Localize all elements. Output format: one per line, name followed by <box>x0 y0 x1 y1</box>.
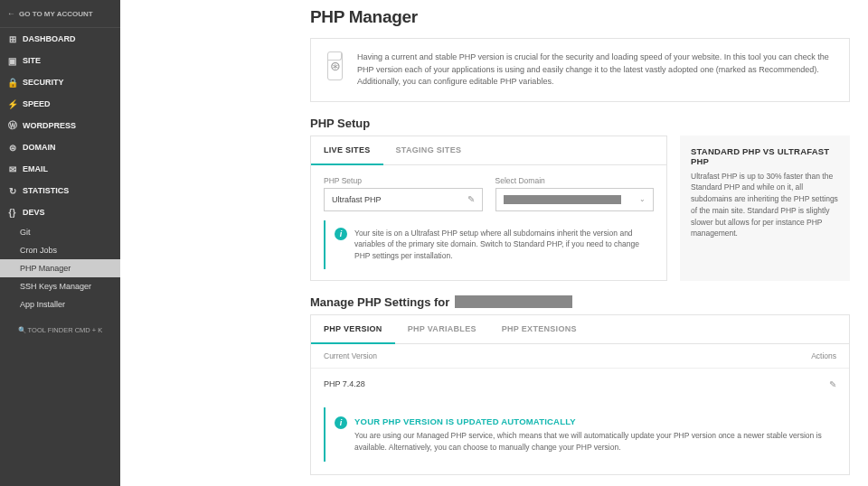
manage-settings-title: Manage PHP Settings for <box>310 295 868 309</box>
sidebar: GO TO MY ACCOUNT ⊞DASHBOARD ▣SITE 🔒SECUR… <box>0 0 120 486</box>
pencil-icon[interactable]: ✎ <box>467 194 475 204</box>
col-current-version: Current Version <box>324 351 377 360</box>
info-icon: i <box>335 416 347 429</box>
tab-php-extensions[interactable]: PHP EXTENSIONS <box>489 315 590 343</box>
sub-cron-jobs[interactable]: Cron Jobs <box>0 241 120 259</box>
col-actions: Actions <box>811 351 836 360</box>
select-domain-label: Select Domain <box>495 176 655 185</box>
intro-card: ⊛ Having a current and stable PHP versio… <box>310 38 850 102</box>
side-card-title: STANDARD PHP VS ULTRAFAST PHP <box>691 146 839 166</box>
statistics-icon: ↻ <box>7 186 17 196</box>
tab-live-sites[interactable]: LIVE SITES <box>311 136 383 165</box>
version-table-row: PHP 7.4.28 ✎ <box>311 369 849 400</box>
site-icon: ▣ <box>7 56 17 66</box>
domain-value-redacted <box>504 195 621 204</box>
go-to-account-link[interactable]: GO TO MY ACCOUNT <box>0 0 120 28</box>
auto-update-title: YOUR PHP VERSION IS UPDATED AUTOMATICALL… <box>354 416 827 426</box>
main-content: PHP Manager ⊛ Having a current and stabl… <box>120 0 868 486</box>
nav-domain[interactable]: ⊜DOMAIN <box>0 136 120 158</box>
intro-text: Having a current and stable PHP version … <box>357 51 833 89</box>
version-table-header: Current Version Actions <box>311 344 849 369</box>
nav-email[interactable]: ✉EMAIL <box>0 158 120 180</box>
sub-php-manager[interactable]: PHP Manager <box>0 259 120 277</box>
page-title: PHP Manager <box>120 0 868 38</box>
devs-submenu: Git Cron Jobs PHP Manager SSH Keys Manag… <box>0 223 120 313</box>
grid-icon: ⊞ <box>7 34 17 44</box>
select-domain-dropdown[interactable]: ⌄ <box>495 188 655 211</box>
nav-statistics[interactable]: ↻STATISTICS <box>0 180 120 201</box>
chevron-down-icon: ⌄ <box>639 195 646 203</box>
standard-vs-ultrafast-card: STANDARD PHP VS ULTRAFAST PHP Ultrafast … <box>680 136 850 281</box>
nav-security[interactable]: 🔒SECURITY <box>0 71 120 93</box>
php-setup-value: Ultrafast PHP <box>332 195 382 204</box>
php-setup-card: LIVE SITES STAGING SITES PHP Setup Ultra… <box>310 136 667 281</box>
nav-wordpress[interactable]: ⓦWORDPRESS <box>0 115 120 136</box>
wordpress-icon: ⓦ <box>7 121 17 131</box>
php-setup-title: PHP Setup <box>310 117 868 130</box>
sub-app-installer[interactable]: App Installer <box>0 295 120 313</box>
nav-devs[interactable]: {}DEVS <box>0 201 120 223</box>
nav-site[interactable]: ▣SITE <box>0 50 120 71</box>
php-setup-label: PHP Setup <box>324 176 483 185</box>
domain-icon: ⊜ <box>7 143 17 153</box>
email-icon: ✉ <box>7 164 17 174</box>
php-version-value: PHP 7.4.28 <box>324 379 365 388</box>
side-card-text: Ultrafast PHP is up to 30% faster than t… <box>691 171 839 240</box>
auto-update-text: You are using our Managed PHP service, w… <box>354 430 827 453</box>
php-folder-icon: ⊛ <box>327 51 343 80</box>
tab-staging-sites[interactable]: STAGING SITES <box>383 136 475 164</box>
ultrafast-info-text: Your site is on a Ultrafast PHP setup wh… <box>354 228 645 262</box>
devs-icon: {} <box>7 208 17 218</box>
info-icon: i <box>335 228 347 240</box>
ultrafast-info-banner: i Your site is on a Ultrafast PHP setup … <box>324 220 654 269</box>
php-setup-select[interactable]: Ultrafast PHP ✎ <box>324 188 483 211</box>
lock-icon: 🔒 <box>7 78 17 88</box>
sub-ssh-keys[interactable]: SSH Keys Manager <box>0 277 120 295</box>
speed-icon: ⚡ <box>7 99 17 109</box>
tab-php-variables[interactable]: PHP VARIABLES <box>395 315 489 343</box>
manage-settings-card: PHP VERSION PHP VARIABLES PHP EXTENSIONS… <box>310 314 850 476</box>
manage-tabs: PHP VERSION PHP VARIABLES PHP EXTENSIONS <box>311 315 849 344</box>
edit-version-button[interactable]: ✎ <box>829 379 836 389</box>
nav-speed[interactable]: ⚡SPEED <box>0 93 120 115</box>
auto-update-banner: i YOUR PHP VERSION IS UPDATED AUTOMATICA… <box>324 407 836 463</box>
tab-php-version[interactable]: PHP VERSION <box>311 315 395 344</box>
sub-git[interactable]: Git <box>0 223 120 241</box>
tool-finder[interactable]: 🔍 TOOL FINDER CMD + K <box>0 321 120 340</box>
domain-name-redacted <box>455 295 572 308</box>
nav-dashboard[interactable]: ⊞DASHBOARD <box>0 28 120 50</box>
setup-tabs: LIVE SITES STAGING SITES <box>311 136 666 165</box>
